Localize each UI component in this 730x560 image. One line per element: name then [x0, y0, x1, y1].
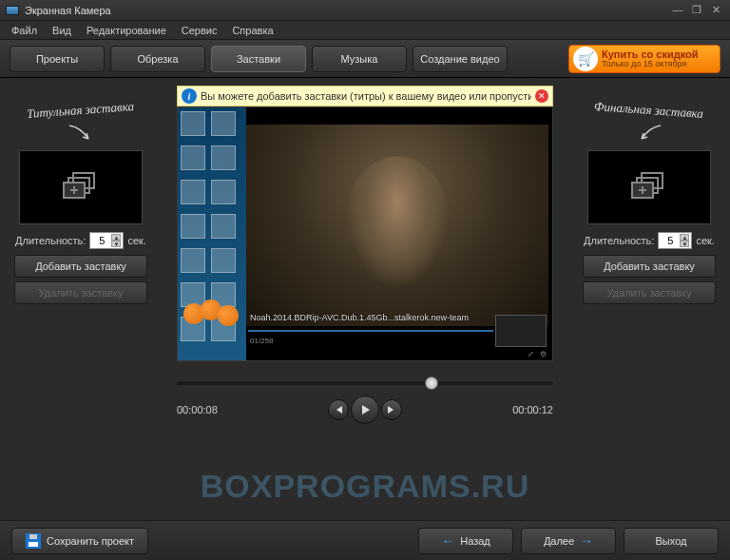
- intro-duration-value: 5: [92, 235, 111, 246]
- tab-create[interactable]: Создание видео: [413, 46, 508, 72]
- window-title: Экранная Камера: [25, 5, 667, 16]
- footer: Сохранить проект ← Назад Далее → Выход: [0, 520, 730, 560]
- tab-intros[interactable]: Заставки: [211, 46, 306, 72]
- tab-trim[interactable]: Обрезка: [110, 46, 205, 72]
- back-button[interactable]: ← Назад: [418, 528, 513, 554]
- info-close-button[interactable]: ✕: [535, 89, 548, 103]
- spin-up-icon[interactable]: ▲: [111, 234, 121, 241]
- arrow-icon: [630, 122, 668, 150]
- promo-line1: Купить со скидкой: [602, 48, 699, 60]
- add-slides-icon: [630, 171, 668, 203]
- minimize-button[interactable]: —: [669, 4, 686, 17]
- video-filename: Noah.2014.BDRip-AVC.Dub.1.45Gb...stalker…: [250, 313, 469, 322]
- exit-button[interactable]: Выход: [624, 528, 719, 554]
- prev-button[interactable]: [328, 399, 349, 420]
- promo-button[interactable]: 🛒 Купить со скидкой Только до 15 октября: [568, 45, 720, 73]
- outro-panel: Финальная заставка Длительность: 5 ▲▼ се…: [578, 86, 720, 512]
- cart-icon: 🛒: [573, 47, 598, 71]
- intro-thumbnail[interactable]: [19, 150, 143, 224]
- outro-duration-unit: сек.: [696, 235, 715, 246]
- delete-intro-button[interactable]: Удалить заставку: [14, 281, 147, 304]
- outro-duration-value: 5: [661, 235, 680, 246]
- intro-duration-spinner[interactable]: 5 ▲▼: [89, 232, 124, 249]
- add-outro-button[interactable]: Добавить заставку: [583, 255, 716, 278]
- menu-help[interactable]: Справка: [224, 23, 280, 38]
- maximize-button[interactable]: ❐: [688, 4, 705, 17]
- outro-label: Финальная заставка: [594, 99, 704, 122]
- add-intro-button[interactable]: Добавить заставку: [14, 255, 147, 278]
- play-button[interactable]: [351, 396, 379, 424]
- arrow-left-icon: ←: [441, 533, 454, 549]
- spin-up-icon[interactable]: ▲: [680, 234, 689, 241]
- app-icon: [6, 6, 19, 15]
- intro-panel: Титульная заставка Длительность: 5 ▲▼ се…: [10, 86, 152, 512]
- menubar: Файл Вид Редактирование Сервис Справка: [0, 21, 730, 40]
- save-label: Сохранить проект: [47, 535, 134, 547]
- slider-handle[interactable]: [425, 377, 438, 390]
- time-position: 00:00:08: [177, 404, 218, 415]
- tab-row: Проекты Обрезка Заставки Музыка Создание…: [0, 40, 730, 78]
- intro-duration-label: Длительность:: [15, 235, 86, 246]
- next-button[interactable]: [381, 399, 402, 420]
- outro-duration-label: Длительность:: [584, 235, 654, 246]
- tab-projects[interactable]: Проекты: [10, 46, 105, 72]
- promo-line2: Только до 15 октября: [602, 60, 699, 69]
- info-icon: i: [182, 88, 197, 104]
- inner-time: 01/258: [250, 337, 273, 345]
- time-total: 00:00:12: [512, 404, 553, 415]
- close-button[interactable]: ✕: [707, 4, 724, 17]
- workspace: Титульная заставка Длительность: 5 ▲▼ се…: [0, 78, 730, 520]
- inner-progress: [248, 330, 493, 332]
- outro-duration-row: Длительность: 5 ▲▼ сек.: [584, 232, 715, 249]
- video-preview: Noah.2014.BDRip-AVC.Dub.1.45Gb...stalker…: [177, 106, 553, 361]
- tab-music[interactable]: Музыка: [312, 46, 407, 72]
- menu-edit[interactable]: Редактирование: [79, 23, 174, 38]
- intro-duration-unit: сек.: [127, 235, 146, 246]
- add-slides-icon: [62, 171, 100, 203]
- inner-controls: ⤢⚙: [528, 350, 547, 358]
- intro-duration-row: Длительность: 5 ▲▼ сек.: [15, 232, 146, 249]
- center-panel: i Вы можете добавить заставки (титры) к …: [160, 86, 570, 512]
- movie-frame: [246, 125, 548, 326]
- arrow-icon: [62, 122, 100, 150]
- outro-thumbnail[interactable]: [587, 150, 711, 224]
- info-bar: i Вы можете добавить заставки (титры) к …: [177, 86, 553, 106]
- menu-file[interactable]: Файл: [4, 23, 45, 38]
- titlebar: Экранная Камера — ❐ ✕: [0, 0, 730, 21]
- timeline-slider[interactable]: [177, 375, 553, 392]
- intro-label: Титульная заставка: [27, 99, 135, 122]
- exit-label: Выход: [656, 535, 687, 547]
- menu-view[interactable]: Вид: [45, 23, 79, 38]
- time-row: 00:00:08 00:00:12: [177, 396, 553, 424]
- spin-down-icon[interactable]: ▼: [111, 241, 121, 247]
- save-icon: [26, 533, 41, 549]
- spin-down-icon[interactable]: ▼: [680, 241, 689, 247]
- info-text: Вы можете добавить заставки (титры) к ва…: [201, 90, 531, 102]
- menu-service[interactable]: Сервис: [174, 23, 225, 38]
- next-button-footer[interactable]: Далее →: [521, 528, 616, 554]
- back-label: Назад: [460, 535, 490, 547]
- delete-outro-button[interactable]: Удалить заставку: [583, 281, 716, 304]
- mini-preview: [495, 315, 547, 347]
- next-label: Далее: [544, 535, 574, 547]
- outro-duration-spinner[interactable]: 5 ▲▼: [658, 232, 692, 249]
- save-project-button[interactable]: Сохранить проект: [11, 528, 148, 554]
- arrow-right-icon: →: [580, 533, 593, 549]
